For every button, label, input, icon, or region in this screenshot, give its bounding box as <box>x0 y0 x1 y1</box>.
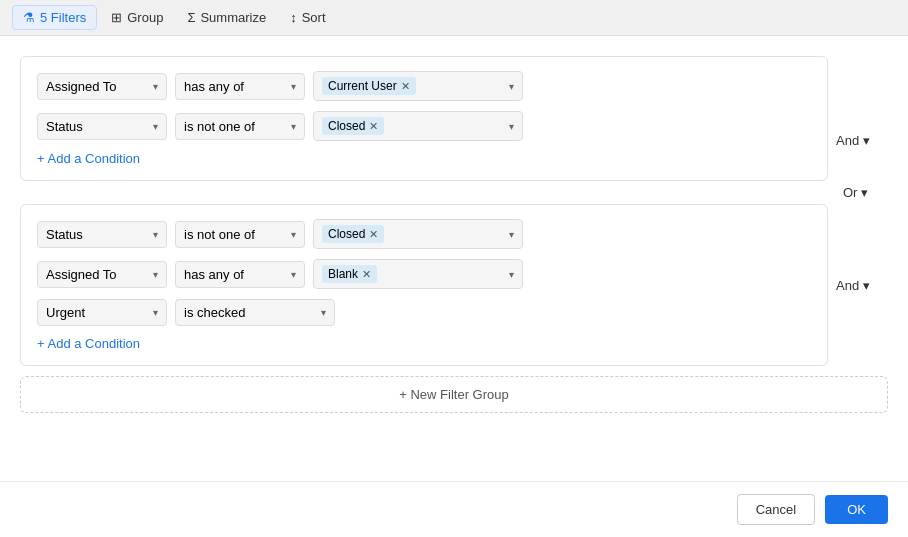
filter-group-1-box: Assigned To ▾ has any of ▾ Current User <box>20 56 828 181</box>
operator-has-any-2[interactable]: has any of ▾ <box>175 261 305 288</box>
field-status-2[interactable]: Status ▾ <box>37 221 167 248</box>
operator-label: is not one of <box>184 227 255 242</box>
sort-button[interactable]: ↕ Sort <box>280 6 335 29</box>
or-label-text: Or ▾ <box>843 185 868 200</box>
cancel-button[interactable]: Cancel <box>737 494 815 525</box>
or-connector: Or ▾ <box>20 185 888 200</box>
new-filter-group-wrapper: + New Filter Group <box>20 376 888 413</box>
add-condition-1[interactable]: + Add a Condition <box>37 151 140 166</box>
filter-row-2-1: Status ▾ is not one of ▾ Closed ✕ <box>37 219 811 249</box>
filter-row-1-1: Assigned To ▾ has any of ▾ Current User <box>37 71 811 101</box>
remove-tag-icon[interactable]: ✕ <box>401 80 410 93</box>
field-label: Status <box>46 227 83 242</box>
tag-label: Current User <box>328 79 397 93</box>
field-caret-icon: ▾ <box>153 121 158 132</box>
sort-icon: ↕ <box>290 10 297 25</box>
operator-label: is not one of <box>184 119 255 134</box>
field-caret-icon: ▾ <box>153 81 158 92</box>
operator-caret-icon: ▾ <box>291 81 296 92</box>
operator-caret-icon: ▾ <box>291 121 296 132</box>
remove-tag-icon[interactable]: ✕ <box>362 268 371 281</box>
filter-groups: Assigned To ▾ has any of ▾ Current User <box>20 56 888 537</box>
group-label: Group <box>127 10 163 25</box>
field-caret-icon: ▾ <box>153 229 158 240</box>
operator-label: has any of <box>184 267 244 282</box>
and-label: And ▾ <box>836 278 870 293</box>
operator-caret-icon: ▾ <box>291 269 296 280</box>
operator-caret-icon: ▾ <box>321 307 326 318</box>
ok-button[interactable]: OK <box>825 495 888 524</box>
main-content: Assigned To ▾ has any of ▾ Current User <box>0 36 908 537</box>
group-button[interactable]: ⊞ Group <box>101 6 173 29</box>
tag-closed-1: Closed ✕ <box>322 117 384 135</box>
and-label: And ▾ <box>836 133 870 148</box>
value-closed-1[interactable]: Closed ✕ ▾ <box>313 111 523 141</box>
toolbar: ⚗ 5 Filters ⊞ Group Σ Summarize ↕ Sort <box>0 0 908 36</box>
new-filter-group-label: + New Filter Group <box>399 387 508 402</box>
footer: Cancel OK <box>0 481 908 537</box>
operator-is-checked[interactable]: is checked ▾ <box>175 299 335 326</box>
summarize-label: Summarize <box>200 10 266 25</box>
tag-label: Closed <box>328 119 365 133</box>
field-label: Status <box>46 119 83 134</box>
tag-blank: Blank ✕ <box>322 265 377 283</box>
filter-icon: ⚗ <box>23 10 35 25</box>
field-assigned-to-2[interactable]: Assigned To ▾ <box>37 261 167 288</box>
value-caret-icon: ▾ <box>509 269 514 280</box>
value-current-user[interactable]: Current User ✕ ▾ <box>313 71 523 101</box>
value-blank[interactable]: Blank ✕ ▾ <box>313 259 523 289</box>
field-label: Assigned To <box>46 267 117 282</box>
filter-row-2-3: Urgent ▾ is checked ▾ <box>37 299 811 326</box>
field-assigned-to-1[interactable]: Assigned To ▾ <box>37 73 167 100</box>
filter-group-1: Assigned To ▾ has any of ▾ Current User <box>20 56 888 181</box>
field-label: Urgent <box>46 305 85 320</box>
filters-label: 5 Filters <box>40 10 86 25</box>
filter-row-1-2: Status ▾ is not one of ▾ Closed ✕ <box>37 111 811 141</box>
field-caret-icon: ▾ <box>153 269 158 280</box>
sort-label: Sort <box>302 10 326 25</box>
operator-is-not-one-2[interactable]: is not one of ▾ <box>175 221 305 248</box>
group2-and-connector[interactable]: And ▾ <box>836 263 888 307</box>
value-caret-icon: ▾ <box>509 121 514 132</box>
value-caret-icon: ▾ <box>509 229 514 240</box>
tag-label: Closed <box>328 227 365 241</box>
remove-tag-icon[interactable]: ✕ <box>369 228 378 241</box>
summarize-button[interactable]: Σ Summarize <box>177 6 276 29</box>
filter-group-2-box: Status ▾ is not one of ▾ Closed ✕ <box>20 204 828 366</box>
tag-closed-2: Closed ✕ <box>322 225 384 243</box>
field-caret-icon: ▾ <box>153 307 158 318</box>
group1-and-connector[interactable]: And ▾ <box>836 119 888 163</box>
tag-current-user: Current User ✕ <box>322 77 416 95</box>
field-label: Assigned To <box>46 79 117 94</box>
filter-row-2-2: Assigned To ▾ has any of ▾ Blank ✕ <box>37 259 811 289</box>
app-container: ⚗ 5 Filters ⊞ Group Σ Summarize ↕ Sort <box>0 0 908 537</box>
or-button[interactable]: Or ▾ <box>843 185 868 200</box>
operator-label: has any of <box>184 79 244 94</box>
value-closed-2[interactable]: Closed ✕ ▾ <box>313 219 523 249</box>
operator-label: is checked <box>184 305 245 320</box>
new-filter-group-button[interactable]: + New Filter Group <box>20 376 888 413</box>
field-urgent[interactable]: Urgent ▾ <box>37 299 167 326</box>
summarize-icon: Σ <box>187 10 195 25</box>
value-caret-icon: ▾ <box>509 81 514 92</box>
filters-button[interactable]: ⚗ 5 Filters <box>12 5 97 30</box>
operator-is-not-one-1[interactable]: is not one of ▾ <box>175 113 305 140</box>
add-condition-2[interactable]: + Add a Condition <box>37 336 140 351</box>
operator-has-any-1[interactable]: has any of ▾ <box>175 73 305 100</box>
group-icon: ⊞ <box>111 10 122 25</box>
tag-label: Blank <box>328 267 358 281</box>
field-status-1[interactable]: Status ▾ <box>37 113 167 140</box>
operator-caret-icon: ▾ <box>291 229 296 240</box>
filter-group-2: Status ▾ is not one of ▾ Closed ✕ <box>20 204 888 366</box>
remove-tag-icon[interactable]: ✕ <box>369 120 378 133</box>
